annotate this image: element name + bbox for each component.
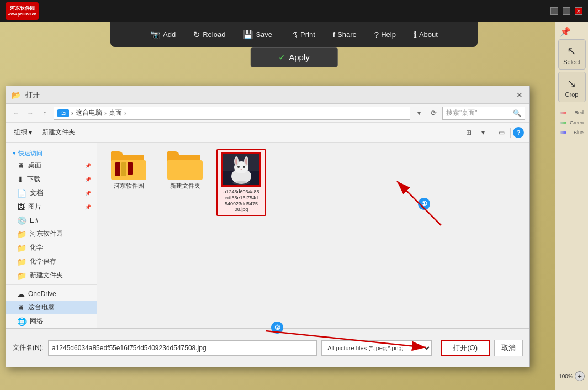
file-item-hedong[interactable]: 河东软件园 [104,149,153,216]
reload-button[interactable]: ↻ Reload [190,28,229,42]
address-bar: ← → ↑ 🗂 › 这台电脑 › 桌面 › ▾ ⟳ 搜索"桌面" 🔍 [6,104,529,123]
main-toolbar: 📷 Add ↻ Reload 💾 Save 🖨 Print f Share ? … [110,22,478,47]
share-button[interactable]: f Share [330,28,360,41]
reload-icon: ↻ [193,30,200,40]
address-dropdown[interactable]: ▾ [414,108,425,119]
help-button[interactable]: ? Help [371,28,399,41]
organize-button[interactable]: 组织 ▾ [12,127,34,138]
crop-icon: ⤡ [567,77,576,90]
check-icon: ✓ [278,52,285,62]
view-dropdown-button[interactable]: ▾ [476,127,490,139]
pics-icon: 🖼 [17,203,25,212]
back-button[interactable]: ← [10,108,22,119]
save-icon: 💾 [243,30,253,40]
red-slider-row: Red [560,110,584,115]
dialog-title-icon: 📂 [12,91,21,99]
minimize-button[interactable]: — [550,7,558,15]
pin-icon: 📌 [85,204,91,210]
file-item-image[interactable]: a1245d6034a85edf55e16f754d540923dd547508… [216,149,266,216]
svg-point-11 [241,169,242,170]
sidebar-item-thispc[interactable]: 🖥 这台电脑 [6,301,97,314]
green-slider-row: Green [560,120,584,125]
dialog-toolbar: 组织 ▾ 新建文件夹 ⊞ ▾ ▭ ? [6,123,529,143]
nav-sidebar: ▾ 快速访问 🖥 桌面 📌 ⬇ 下载 📌 📄 文档 📌 🖼 图片 � [6,143,97,328]
arrow-1-svg [369,165,458,236]
pin-icon: 📌 [560,27,571,37]
sidebar-item-pics[interactable]: 🖼 图片 📌 [6,200,97,214]
breadcrumb-desktop[interactable]: 桌面 [109,108,122,118]
folder-icon-big [111,151,146,180]
sidebar-item-onedrive[interactable]: ☁ OneDrive [6,287,97,301]
sidebar-item-docs[interactable]: 📄 文档 📌 [6,186,97,200]
cancel-button[interactable]: 取消 [494,340,523,356]
preview-pane-button[interactable]: ▭ [495,127,508,139]
folder-icon: 📁 [17,257,27,266]
red-slider[interactable] [560,112,566,114]
help-button[interactable]: ? [513,127,524,138]
search-box: 搜索"桌面" 🔍 [442,107,525,120]
save-button[interactable]: 💾 Save [240,28,276,42]
view-icons-button[interactable]: ⊞ [462,127,475,139]
dialog-close-button[interactable]: ✕ [515,91,524,99]
rabbit-svg [223,154,259,185]
breadcrumb-thispc[interactable]: 这台电脑 [76,108,102,118]
help-icon: ? [374,30,379,39]
folder-icon-big [167,151,203,180]
view-buttons: ⊞ ▾ ▭ ? [462,127,524,139]
breadcrumb-folder[interactable]: 🗂 [57,109,69,117]
print-button[interactable]: 🖨 Print [287,28,319,41]
window-controls: — □ ✕ [550,7,582,15]
dropdown-icon: ▾ [29,129,32,136]
filename-input[interactable] [48,340,317,356]
file-item-newfolder[interactable]: 新建文件夹 [160,149,210,216]
about-button[interactable]: ℹ About [410,28,441,42]
zoom-in-button[interactable]: + [575,371,585,381]
sidebar-divider [6,284,97,285]
quick-access-header[interactable]: ▾ 快速访问 [6,147,97,159]
up-button[interactable]: ↑ [39,108,50,119]
open-button[interactable]: 打开(O) [441,340,490,356]
right-panel: 📌 ↖ Select ⤡ Crop Red Green Blue 100% + [555,22,588,390]
sidebar-item-chemistry[interactable]: 📁 化学 [6,241,97,255]
add-button[interactable]: 📷 Add [147,28,179,42]
crop-tool-button[interactable]: ⤡ Crop [558,72,586,102]
breadcrumb: 🗂 › 这台电脑 › 桌面 › [54,107,410,120]
folder-icon: 📁 [17,271,27,280]
pin-icon: 📌 [85,177,91,182]
annotation-1: ① [418,198,430,210]
close-button[interactable]: ✕ [575,7,582,15]
blue-slider-row: Blue [560,130,584,135]
dialog-main: ▾ 快速访问 🖥 桌面 📌 ⬇ 下载 📌 📄 文档 📌 🖼 图片 � [6,143,529,328]
app-logo: 河东软件园 www.pc0359.cn [6,2,39,20]
filetype-select[interactable]: All picture files (*.jpeg;*.png; [321,340,432,356]
select-tool-button[interactable]: ↖ Select [558,39,586,70]
image-thumbnail [221,152,261,187]
annotation-2: ② [271,322,283,334]
green-slider[interactable] [560,122,566,124]
toolbar-divider-2 [510,128,511,138]
forward-button[interactable]: → [25,108,36,119]
sidebar-item-chem-save[interactable]: 📁 化学保存 [6,255,97,268]
blue-slider[interactable] [560,131,566,134]
network-icon: 🌐 [17,317,27,326]
file-area: 河东软件园 新建文件夹 [97,143,529,328]
drive-icon: 💿 [17,216,27,225]
sidebar-item-edrive[interactable]: 💿 E:\ [6,214,97,227]
svg-point-12 [232,181,250,185]
add-icon: 📷 [150,30,161,40]
apply-button[interactable]: ✓ Apply [250,47,338,67]
sidebar-item-downloads[interactable]: ⬇ 下载 📌 [6,172,97,186]
docs-icon: 📄 [17,189,27,198]
new-folder-button[interactable]: 新建文件夹 [39,127,78,138]
dialog-title-bar: 📂 打开 ✕ [6,86,529,104]
maximize-button[interactable]: □ [563,7,570,15]
sidebar-item-hedong[interactable]: 📁 河东软件园 [6,227,97,241]
refresh-button[interactable]: ⟳ [428,108,439,119]
sidebar-item-network[interactable]: 🌐 网络 [6,314,97,328]
folder-icon: 📁 [17,244,27,252]
search-icon[interactable]: 🔍 [513,109,521,117]
annotation-badge-2: ② [271,322,283,334]
svg-point-7 [245,158,247,165]
sidebar-item-new-folder[interactable]: 📁 新建文件夹 [6,268,97,282]
sidebar-item-desktop[interactable]: 🖥 桌面 📌 [6,159,97,172]
